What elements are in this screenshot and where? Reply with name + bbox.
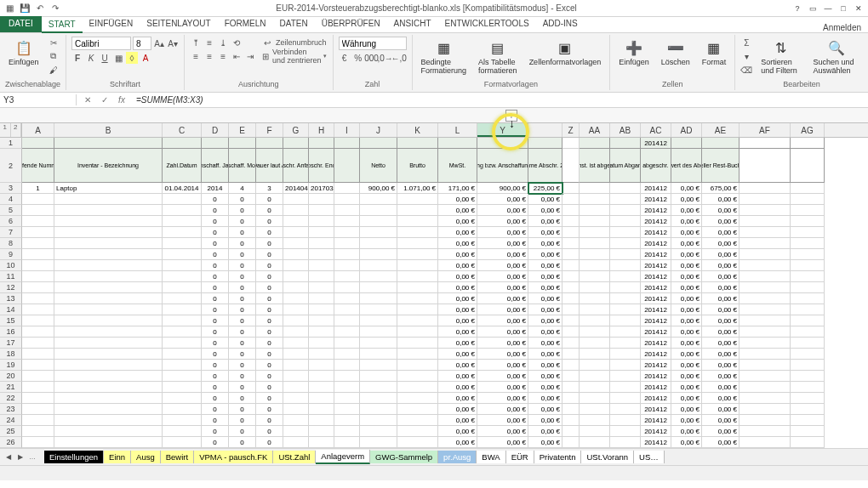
cell[interactable] [610, 315, 641, 326]
cell[interactable] [283, 371, 309, 382]
tab-entwicklertools[interactable]: ENTWICKLERTOOLS [438, 16, 536, 32]
cell[interactable]: 0,00 € [438, 437, 477, 448]
cell[interactable]: 0,00 € [438, 271, 477, 282]
save-icon[interactable]: 💾 [19, 3, 31, 14]
row-head[interactable]: 23 [0, 404, 22, 415]
cell[interactable] [309, 315, 334, 326]
cell[interactable]: 0,00 € [528, 426, 562, 437]
cell[interactable] [334, 404, 360, 415]
cell[interactable]: 0,00 € [438, 404, 477, 415]
cell[interactable]: 0,00 € [477, 426, 528, 437]
cell[interactable] [791, 194, 825, 205]
ribbon-options-icon[interactable]: ▭ [807, 3, 819, 14]
col-AC[interactable]: AC [641, 123, 671, 137]
cell[interactable] [283, 393, 309, 404]
fx-icon[interactable]: fx [116, 95, 128, 105]
shrink-font-icon[interactable]: A▾ [167, 37, 179, 49]
cell[interactable] [22, 349, 54, 360]
cell[interactable] [334, 382, 360, 393]
cell[interactable]: 0,00 € [438, 293, 477, 304]
sheet-tab[interactable]: Bewirt [161, 451, 194, 463]
cell[interactable] [283, 338, 309, 349]
table-row[interactable]: 200000,00 €0,00 €0,00 €2014120,00 €0,00 … [0, 371, 868, 382]
cell[interactable] [360, 238, 397, 249]
select-all-corner[interactable]: 1 2 [0, 123, 22, 137]
cell[interactable] [397, 205, 438, 216]
cell[interactable]: 0,00 € [477, 282, 528, 293]
cell[interactable] [334, 371, 360, 382]
font-name-select[interactable] [71, 37, 131, 50]
cell[interactable] [791, 382, 825, 393]
cell[interactable]: 4 [229, 183, 256, 194]
cell[interactable]: 0,00 € [702, 326, 740, 338]
cell[interactable] [562, 260, 580, 271]
cell[interactable]: 0 [229, 360, 256, 371]
cell[interactable]: 0 [229, 326, 256, 338]
cell[interactable]: 0 [256, 426, 283, 437]
cell[interactable] [580, 293, 610, 304]
cell[interactable] [54, 360, 163, 371]
cell[interactable]: 0 [256, 194, 283, 205]
cell[interactable]: 201412 [641, 382, 671, 393]
cell[interactable]: 0,00 € [702, 393, 740, 404]
enter-formula-icon[interactable]: ✓ [99, 95, 111, 105]
sheet-next-icon[interactable]: ▶ [15, 452, 26, 462]
cell[interactable]: 0,00 € [477, 293, 528, 304]
cell[interactable] [791, 216, 825, 227]
cell[interactable] [610, 393, 641, 404]
cell[interactable] [309, 304, 334, 315]
cell[interactable]: 0,00 € [438, 304, 477, 315]
cell[interactable]: 0 [229, 404, 256, 415]
cell[interactable] [334, 282, 360, 293]
cell[interactable] [562, 415, 580, 426]
merge-icon[interactable]: ⊞ [261, 50, 270, 62]
cell[interactable] [309, 371, 334, 382]
cell[interactable]: 0,00 € [477, 338, 528, 349]
cell[interactable] [397, 282, 438, 293]
cell[interactable] [360, 393, 397, 404]
cell[interactable] [334, 304, 360, 315]
cell[interactable]: 1 [22, 183, 54, 194]
cell[interactable]: 0,00 € [528, 271, 562, 282]
sheet-tab[interactable]: USt.Vorann [581, 451, 634, 463]
col-Z[interactable]: Z [562, 123, 580, 137]
cell[interactable]: 0 [256, 437, 283, 448]
cell[interactable] [22, 382, 54, 393]
cell[interactable] [22, 249, 54, 260]
comma-icon[interactable]: 000 [366, 52, 378, 64]
cell[interactable]: 0,00 € [528, 227, 562, 238]
cell[interactable] [562, 271, 580, 282]
cell[interactable]: 0,00 € [438, 282, 477, 293]
cell[interactable] [22, 371, 54, 382]
cell[interactable]: 0,00 € [702, 238, 740, 249]
cell[interactable]: 0 [229, 382, 256, 393]
cell[interactable]: 0,00 € [477, 360, 528, 371]
cell[interactable] [740, 293, 791, 304]
cell[interactable]: 0 [202, 315, 229, 326]
cell[interactable]: 0,00 € [528, 293, 562, 304]
cell[interactable] [283, 227, 309, 238]
cell[interactable] [740, 227, 791, 238]
cell[interactable] [334, 260, 360, 271]
cell[interactable] [22, 338, 54, 349]
cell[interactable] [610, 293, 641, 304]
cell[interactable]: 0 [229, 437, 256, 448]
cell[interactable]: 0 [202, 360, 229, 371]
row-head[interactable]: 12 [0, 282, 22, 293]
cell[interactable] [397, 260, 438, 271]
cell[interactable] [610, 426, 641, 437]
cell[interactable] [562, 338, 580, 349]
row-head[interactable]: 5 [0, 205, 22, 216]
cell[interactable] [791, 205, 825, 216]
cell[interactable]: 0,00 € [477, 437, 528, 448]
as-table-button[interactable]: ▤Als Tabelle formatieren [475, 37, 521, 77]
cell[interactable] [580, 315, 610, 326]
cell[interactable]: 3 [256, 183, 283, 194]
cell[interactable] [360, 227, 397, 238]
cell[interactable]: 201412 [641, 249, 671, 260]
cell[interactable]: 0,00 € [702, 293, 740, 304]
cell[interactable]: 0,00 € [477, 382, 528, 393]
cell[interactable] [22, 393, 54, 404]
tab-einfügen[interactable]: EINFÜGEN [83, 16, 140, 32]
cell[interactable] [334, 249, 360, 260]
